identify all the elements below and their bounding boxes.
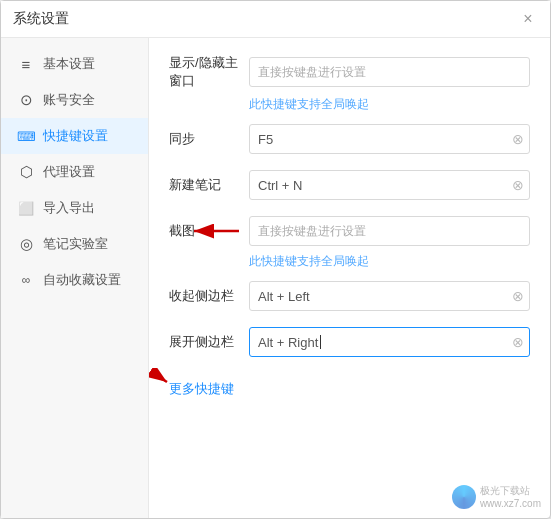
- basic-icon: ≡: [17, 56, 35, 73]
- sidebar-item-shortcut[interactable]: ⌨ 快捷键设置: [1, 118, 148, 154]
- collapse-sidebar-value: Alt + Left: [258, 289, 310, 304]
- sync-label: 同步: [169, 130, 249, 148]
- main-panel: 显示/隐藏主窗口 直接按键盘进行设置 此快捷键支持全局唤起 同步: [149, 38, 550, 518]
- settings-window: 系统设置 × ≡ 基本设置 ⊙ 账号安全 ⌨ 快捷键设置 ⬡: [0, 0, 551, 519]
- show-hide-input[interactable]: 直接按键盘进行设置: [249, 57, 530, 87]
- show-hide-placeholder: 直接按键盘进行设置: [258, 64, 366, 81]
- sidebar-item-label: 笔记实验室: [43, 235, 108, 253]
- show-hide-setting: 显示/隐藏主窗口 直接按键盘进行设置: [169, 54, 530, 90]
- screenshot-input-wrapper[interactable]: 直接按键盘进行设置: [249, 216, 530, 246]
- expand-sidebar-label: 展开侧边栏: [169, 333, 249, 351]
- expand-sidebar-value: Alt + Right: [258, 335, 318, 350]
- collapse-sidebar-input[interactable]: Alt + Left: [249, 281, 530, 311]
- collapse-sidebar-label: 收起侧边栏: [169, 287, 249, 305]
- sidebar-item-autocollect[interactable]: ∞ 自动收藏设置: [1, 262, 148, 298]
- sidebar-item-label: 基本设置: [43, 55, 95, 73]
- close-button[interactable]: ×: [518, 9, 538, 29]
- show-hide-hint: 此快捷键支持全局唤起: [249, 97, 369, 111]
- content-area: ≡ 基本设置 ⊙ 账号安全 ⌨ 快捷键设置 ⬡ 代理设置 ⬜ 导入导出: [1, 38, 550, 518]
- screenshot-row-group: 截图 直接按键盘进行设置: [169, 215, 530, 270]
- screenshot-hint: 此快捷键支持全局唤起: [249, 254, 369, 268]
- sidebar-item-label: 代理设置: [43, 163, 95, 181]
- autocollect-icon: ∞: [17, 273, 35, 287]
- window-title: 系统设置: [13, 10, 69, 28]
- text-cursor: [320, 335, 321, 349]
- expand-sidebar-clear-button[interactable]: ⊗: [512, 334, 524, 350]
- screenshot-input[interactable]: 直接按键盘进行设置: [249, 216, 530, 246]
- collapse-sidebar-row: 收起侧边栏 Alt + Left ⊗: [169, 280, 530, 312]
- sidebar-item-proxy[interactable]: ⬡ 代理设置: [1, 154, 148, 190]
- sidebar-item-basic[interactable]: ≡ 基本设置: [1, 46, 148, 82]
- show-hide-label: 显示/隐藏主窗口: [169, 54, 249, 90]
- sidebar-item-label: 导入导出: [43, 199, 95, 217]
- expand-sidebar-input[interactable]: Alt + Right: [249, 327, 530, 357]
- sidebar-item-label: 账号安全: [43, 91, 95, 109]
- lab-icon: ◎: [17, 235, 35, 253]
- new-note-label: 新建笔记: [169, 176, 249, 194]
- collapse-sidebar-clear-button[interactable]: ⊗: [512, 288, 524, 304]
- sidebar-item-label: 快捷键设置: [43, 127, 108, 145]
- new-note-clear-button[interactable]: ⊗: [512, 177, 524, 193]
- titlebar: 系统设置 ×: [1, 1, 550, 38]
- sidebar-item-lab[interactable]: ◎ 笔记实验室: [1, 226, 148, 262]
- show-hide-input-wrapper[interactable]: 直接按键盘进行设置: [249, 57, 530, 87]
- proxy-icon: ⬡: [17, 163, 35, 181]
- new-note-row: 新建笔记 Ctrl + N ⊗: [169, 169, 530, 201]
- sidebar-item-account[interactable]: ⊙ 账号安全: [1, 82, 148, 118]
- new-note-input[interactable]: Ctrl + N: [249, 170, 530, 200]
- screenshot-label: 截图: [169, 222, 249, 240]
- sync-value: F5: [258, 132, 273, 147]
- account-icon: ⊙: [17, 91, 35, 109]
- new-note-input-wrapper[interactable]: Ctrl + N ⊗: [249, 170, 530, 200]
- screenshot-placeholder: 直接按键盘进行设置: [258, 223, 366, 240]
- expand-sidebar-row: 展开侧边栏 Alt + Right ⊗: [169, 326, 530, 358]
- sync-row: 同步 F5 ⊗: [169, 123, 530, 155]
- show-hide-row: 显示/隐藏主窗口 直接按键盘进行设置 此快捷键支持全局唤起: [169, 54, 530, 113]
- sync-input[interactable]: F5: [249, 124, 530, 154]
- import-icon: ⬜: [17, 201, 35, 216]
- sidebar: ≡ 基本设置 ⊙ 账号安全 ⌨ 快捷键设置 ⬡ 代理设置 ⬜ 导入导出: [1, 38, 149, 518]
- expand-sidebar-input-wrapper[interactable]: Alt + Right ⊗: [249, 327, 530, 357]
- collapse-sidebar-input-wrapper[interactable]: Alt + Left ⊗: [249, 281, 530, 311]
- sync-clear-button[interactable]: ⊗: [512, 131, 524, 147]
- sync-input-wrapper[interactable]: F5 ⊗: [249, 124, 530, 154]
- new-note-value: Ctrl + N: [258, 178, 302, 193]
- shortcut-icon: ⌨: [17, 129, 35, 144]
- screenshot-setting: 截图 直接按键盘进行设置: [169, 215, 530, 247]
- more-shortcuts-link[interactable]: 更多快捷键: [169, 380, 234, 398]
- sidebar-item-label: 自动收藏设置: [43, 271, 121, 289]
- sidebar-item-import[interactable]: ⬜ 导入导出: [1, 190, 148, 226]
- more-link-row: 更多快捷键: [169, 372, 530, 398]
